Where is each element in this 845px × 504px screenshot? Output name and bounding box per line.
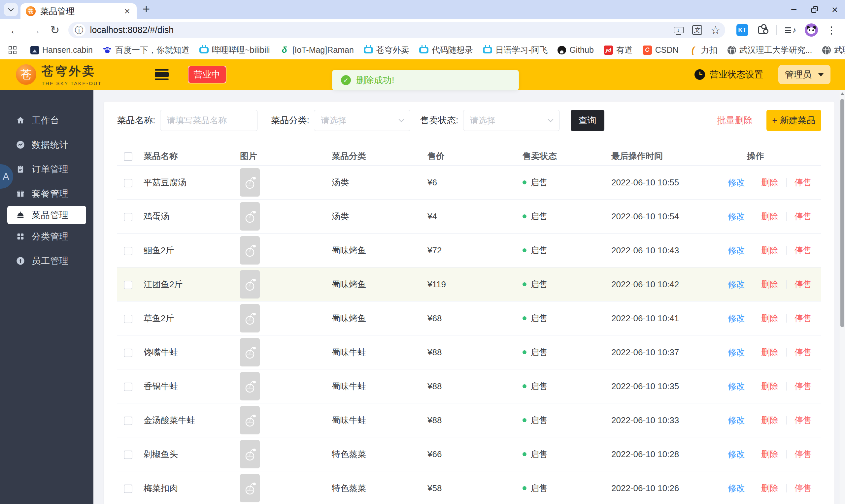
reload-icon[interactable]: ↻ [50,23,60,37]
sidebar-item-workbench[interactable]: 工作台 [0,108,93,132]
delete-link[interactable]: 删除 [761,347,778,358]
row-checkbox[interactable] [124,451,133,459]
bookmark-star-icon[interactable]: ☆ [711,23,721,37]
scroll-up-icon[interactable] [840,92,844,95]
batch-delete-button[interactable]: 批量删除 [717,114,753,126]
admin-dropdown[interactable]: 管理员 [778,65,830,84]
sidebar-item-orders[interactable]: 订单管理 [0,157,93,181]
sidebar-item-statistics[interactable]: 数据统计 [0,132,93,157]
brand-name: 苍穹外卖 [41,63,102,79]
stop-sale-link[interactable]: 停售 [794,381,812,392]
new-tab-button[interactable]: + [143,3,150,17]
stop-sale-link[interactable]: 停售 [794,279,812,290]
delete-link[interactable]: 删除 [761,313,778,324]
forward-icon[interactable]: → [30,24,41,37]
select-all-checkbox[interactable] [124,152,133,161]
sidebar-item-dishes[interactable]: 菜品管理 [7,206,86,224]
row-checkbox[interactable] [124,247,133,255]
query-button[interactable]: 查询 [571,110,604,131]
stop-sale-link[interactable]: 停售 [794,177,812,188]
stop-sale-link[interactable]: 停售 [794,245,812,256]
sidebar-fold-icon[interactable] [155,69,169,80]
row-checkbox[interactable] [124,179,133,187]
edit-link[interactable]: 修改 [728,415,745,426]
dish-name-input[interactable] [160,110,258,131]
delete-link[interactable]: 删除 [761,177,778,188]
bookmark-raman[interactable]: δ[IoT-Mag]Raman [280,45,354,55]
edit-link[interactable]: 修改 [728,449,745,460]
edit-link[interactable]: 修改 [728,245,745,256]
sale-status-select[interactable]: 请选择 [463,110,560,131]
stop-sale-link[interactable]: 停售 [794,483,812,494]
browser-toolbar: ← → ↻ ⓘ localhost:8082/#/dish ↓ 文 ☆ KT ♪… [0,19,845,41]
extensions-puzzle-icon[interactable] [758,26,767,34]
row-checkbox[interactable] [124,349,133,357]
edit-link[interactable]: 修改 [728,381,745,392]
row-checkbox[interactable] [124,281,133,289]
tab-close-icon[interactable]: × [123,6,131,16]
restore-button[interactable] [804,0,825,19]
media-playlist-icon[interactable]: ♪ [785,25,796,35]
edit-link[interactable]: 修改 [728,279,745,290]
dish-category-select[interactable]: 请选择 [314,110,410,131]
edit-link[interactable]: 修改 [728,483,745,494]
sidebar-item-employees[interactable]: 员工管理 [0,249,93,273]
bookmark-bilibili[interactable]: 哔哩哔哩~bilibili [199,44,270,55]
stop-sale-link[interactable]: 停售 [794,211,812,222]
delete-link[interactable]: 删除 [761,483,778,494]
bookmark-japanese[interactable]: 日语学习-阿飞 [483,44,548,55]
info-icon[interactable]: ⓘ [73,24,86,36]
edit-link[interactable]: 修改 [728,177,745,188]
delete-link[interactable]: 删除 [761,449,778,460]
row-checkbox[interactable] [124,213,133,221]
install-app-icon[interactable]: ↓ [674,27,684,33]
sidebar-item-categories[interactable]: 分类管理 [0,224,93,249]
delete-link[interactable]: 删除 [761,279,778,290]
tab-search-button[interactable] [4,3,18,16]
delete-link[interactable]: 删除 [761,245,778,256]
row-checkbox[interactable] [124,383,133,391]
stop-sale-link[interactable]: 停售 [794,313,812,324]
close-window-button[interactable]: × [825,0,845,19]
bookmark-skytakeout[interactable]: 苍穹外卖 [364,44,409,55]
add-dish-button[interactable]: + 新建菜品 [767,110,821,131]
delete-link[interactable]: 删除 [761,415,778,426]
bookmark-baidu[interactable]: 百度一下，你就知道 [103,44,190,55]
kt-extension-icon[interactable]: KT [736,24,748,36]
bookmark-hansen[interactable]: Hansen.cabin [30,45,93,55]
row-checkbox[interactable] [124,485,133,493]
delete-link[interactable]: 删除 [761,211,778,222]
bookmark-github[interactable]: Github [558,45,594,55]
profile-avatar[interactable] [805,23,818,37]
apps-grid-icon[interactable] [8,46,17,54]
bookmark-whut-research[interactable]: 武汉理工大学研究... [727,44,812,55]
stop-sale-link[interactable]: 停售 [794,347,812,358]
bookmark-csdn[interactable]: CCSDN [642,45,679,55]
minimize-button[interactable]: − [784,0,804,19]
scrollbar-thumb[interactable] [840,99,844,327]
delete-link[interactable]: 删除 [761,381,778,392]
edit-link[interactable]: 修改 [728,211,745,222]
bookmark-whut-cs[interactable]: 武理计算机学院 [822,44,845,55]
edit-link[interactable]: 修改 [728,347,745,358]
back-icon[interactable]: ← [9,24,20,37]
translate-icon[interactable]: 文 [692,25,702,35]
page-scrollbar[interactable] [839,90,845,504]
stats-icon [16,140,25,149]
business-status-setting[interactable]: 营业状态设置 [710,69,763,80]
stop-sale-link[interactable]: 停售 [794,415,812,426]
bookmark-leetcode[interactable]: (力扣 [689,44,718,55]
edit-link[interactable]: 修改 [728,313,745,324]
browser-tab[interactable]: 苍 菜品管理 × [20,3,137,19]
row-checkbox[interactable] [124,315,133,323]
bookmark-youdao[interactable]: yd有道 [604,44,633,55]
sale-status: 启售 [516,177,605,188]
stop-sale-link[interactable]: 停售 [794,449,812,460]
bookmark-code-notes[interactable]: 代码随想录 [419,44,473,55]
url-text[interactable]: localhost:8082/#/dish [90,25,665,35]
url-bar[interactable]: ⓘ localhost:8082/#/dish ↓ 文 ☆ [68,22,725,38]
browser-menu-icon[interactable]: ⋮ [827,24,837,36]
row-checkbox[interactable] [124,417,133,425]
sidebar-item-setmeal[interactable]: 套餐管理 [0,181,93,206]
dish-name: 江团鱼2斤 [137,279,233,290]
